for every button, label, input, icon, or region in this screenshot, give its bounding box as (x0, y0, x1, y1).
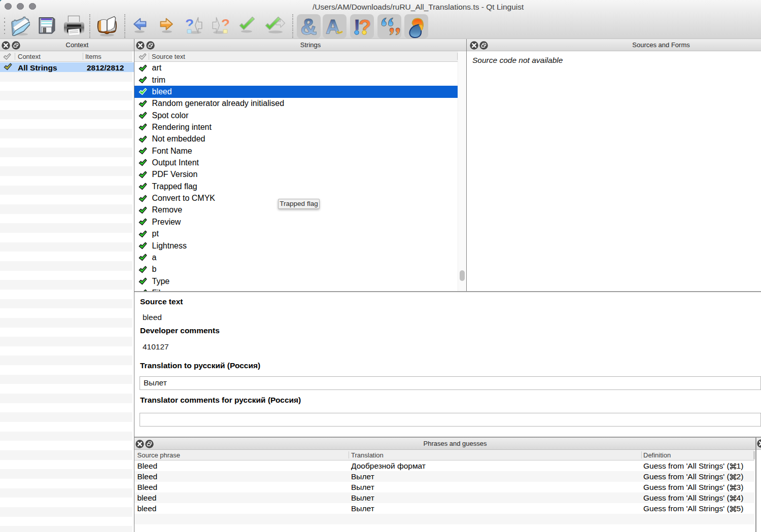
svg-text:A: A (326, 16, 339, 38)
svg-text:&: & (300, 14, 317, 39)
